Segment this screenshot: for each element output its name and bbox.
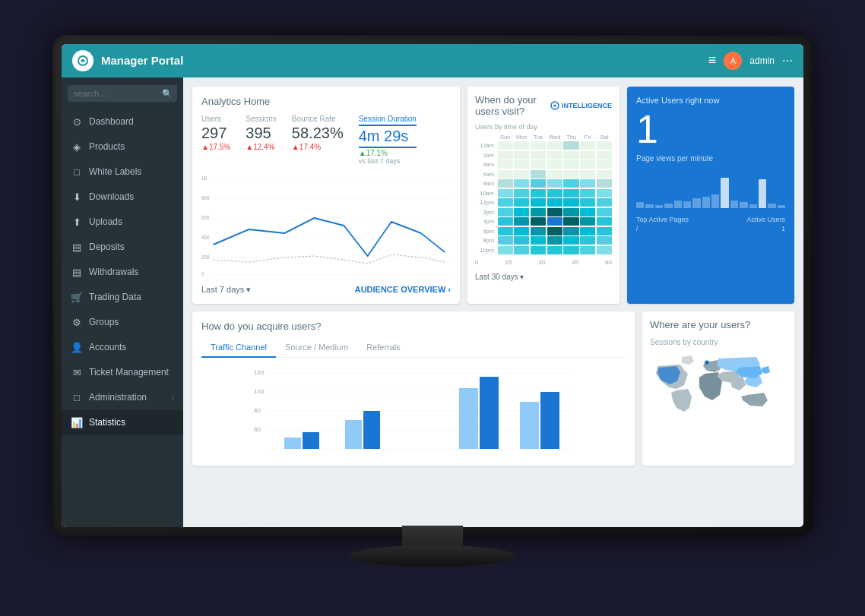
svg-text:80: 80 (254, 407, 261, 414)
users-value: 1 (781, 225, 785, 232)
sidebar-item-administration[interactable]: □ Administration ‹ (62, 385, 183, 410)
sidebar-item-downloads[interactable]: ⬇ Downloads (62, 185, 183, 210)
sessions-label: Sessions (246, 115, 277, 123)
content-area: Analytics Home Users 297 ▲17.5% Sessions… (183, 77, 803, 527)
when-header: When do your users visit? INTELLIGENCE (475, 94, 612, 117)
svg-rect-33 (459, 388, 478, 449)
sidebar-item-dashboard[interactable]: ⊙ Dashboard (62, 109, 183, 134)
mini-bar-13 (749, 204, 757, 208)
admin-label: admin (749, 55, 775, 66)
logo-icon (72, 50, 93, 71)
analytics-title: Analytics Home (201, 96, 451, 107)
heatmap: SunMonTueWedThuFriSat12am2am4am6am8am10a… (475, 134, 612, 254)
mini-bar-6 (683, 201, 691, 208)
metric-users: Users 297 ▲17.5% (201, 115, 230, 165)
where-title: Where are your users? (650, 319, 787, 330)
users-by-time-label: Users by time of day (475, 123, 612, 131)
svg-rect-34 (480, 377, 499, 449)
sidebar-item-uploads[interactable]: ⬆ Uploads (62, 210, 183, 235)
where-users-panel: Where are your users? Sessions by countr… (642, 311, 794, 466)
statistics-icon: 📊 (71, 417, 83, 428)
active-users-label: Active Users (746, 216, 785, 223)
mini-bar-2 (645, 204, 653, 208)
sessions-value: 395 (246, 125, 277, 142)
active-now-title: Active Users right now (636, 96, 785, 105)
mini-bar-3 (655, 205, 663, 208)
tab-source-medium[interactable]: Source / Medium (276, 338, 357, 358)
session-dur-note: vs last 7 days (359, 157, 417, 165)
accounts-icon: 👤 (71, 342, 83, 353)
products-icon: ◈ (71, 141, 83, 153)
uploads-icon: ⬆ (71, 216, 83, 228)
sidebar-item-withdrawals[interactable]: ▤ Withdrawals (62, 260, 183, 285)
mini-bar-12 (740, 202, 747, 208)
ticket-icon: ✉ (71, 367, 83, 378)
sidebar-item-white-labels[interactable]: □ White Labels (62, 160, 183, 185)
active-count: 1 (636, 108, 785, 151)
chevron-left-icon: ‹ (172, 393, 174, 402)
last-days-button[interactable]: Last 7 days ▾ (201, 285, 251, 295)
session-dur-change: ▲17.1% (359, 149, 417, 157)
sessions-by-country: Sessions by country (650, 338, 787, 346)
tab-traffic-channel[interactable]: Traffic Channel (201, 338, 276, 358)
sidebar-item-accounts[interactable]: 👤 Accounts (62, 335, 183, 360)
sidebar-item-trading-data[interactable]: 🛒 Trading Data (62, 285, 183, 310)
hamburger-icon[interactable]: ≡ (708, 52, 717, 68)
acquire-section: How do you acquire users? Traffic Channe… (192, 311, 794, 466)
svg-text:60: 60 (254, 426, 261, 433)
avatar[interactable]: A (724, 52, 742, 70)
mini-bar-16 (778, 205, 785, 208)
groups-icon: ⚙ (71, 317, 83, 328)
chart-footer: Last 7 days ▾ AUDIENCE OVERVIEW › (201, 285, 451, 295)
search-input[interactable] (68, 85, 177, 102)
search-box: 🔍 (68, 85, 177, 102)
bar-chart: 120 100 80 60 (201, 365, 626, 456)
svg-text:120: 120 (254, 369, 265, 376)
session-dur-label: Session Duration (359, 115, 417, 126)
share-icon[interactable]: ⋯ (782, 55, 793, 67)
deposits-icon: ▤ (71, 242, 83, 253)
page-views-label: Page views per minute (636, 154, 785, 163)
users-change: ▲17.5% (201, 143, 230, 151)
sidebar-item-groups[interactable]: ⚙ Groups (62, 310, 183, 335)
monitor-stand-base (349, 545, 516, 567)
svg-text:800: 800 (201, 194, 209, 201)
sidebar-item-deposits[interactable]: ▤ Deposits (62, 235, 183, 260)
acquire-tabs: Traffic Channel Source / Medium Referral… (201, 338, 626, 358)
svg-rect-30 (303, 432, 319, 449)
trading-icon: 🛒 (71, 292, 83, 303)
active-users-content: Active Users right now 1 Page views per … (627, 87, 794, 304)
dashboard-icon: ⊙ (71, 116, 83, 128)
mini-bar-15 (768, 204, 775, 208)
audience-overview-link[interactable]: AUDIENCE OVERVIEW › (355, 285, 451, 294)
sidebar-item-products[interactable]: ◈ Products (62, 134, 183, 160)
users-value: 297 (201, 125, 230, 142)
last-30-button[interactable]: Last 30 days ▾ (475, 269, 612, 283)
active-users-panel: Active Users right now 1 Page views per … (627, 87, 794, 304)
sidebar: 🔍 ⊙ Dashboard ◈ Products □ White Labels (62, 77, 183, 527)
svg-rect-29 (284, 438, 301, 449)
sidebar-item-statistics[interactable]: 📊 Statistics (62, 410, 183, 435)
mini-bar-11 (730, 201, 738, 208)
admin-icon: □ (71, 392, 83, 403)
when-title: When do your users visit? (475, 94, 550, 117)
mini-bar-4 (664, 204, 672, 208)
analytics-section: Analytics Home Users 297 ▲17.5% Sessions… (192, 87, 794, 304)
portal-title: Manager Portal (101, 54, 696, 67)
svg-text:0: 0 (201, 270, 204, 277)
tab-referrals[interactable]: Referrals (357, 338, 410, 358)
session-dur-value: 4m 29s (359, 128, 417, 148)
svg-text:100: 100 (254, 388, 265, 395)
line-chart: 1K 800 600 400 200 0 (201, 172, 451, 279)
mini-bar-9 (711, 194, 719, 208)
acquire-header: How do you acquire users? (201, 321, 626, 332)
search-icon: 🔍 (162, 88, 173, 98)
svg-text:400: 400 (201, 234, 209, 241)
active-footer: Top Active Pages Active Users (636, 216, 785, 223)
sidebar-item-ticket-management[interactable]: ✉ Ticket Management (62, 360, 183, 385)
svg-rect-36 (540, 392, 559, 449)
metric-session-duration: Session Duration 4m 29s ▲17.1% vs last 7… (359, 115, 417, 165)
svg-rect-35 (520, 402, 539, 449)
svg-text:600: 600 (201, 214, 209, 221)
svg-text:1K: 1K (201, 175, 208, 182)
